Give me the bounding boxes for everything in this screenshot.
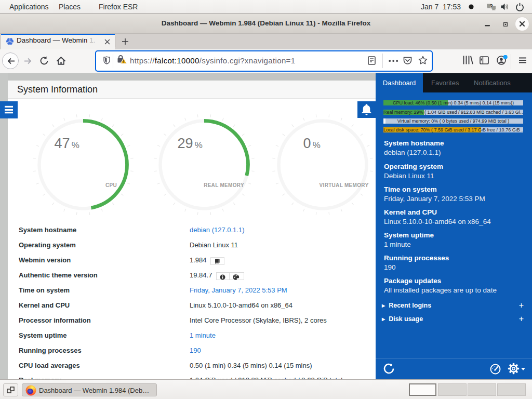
svg-text:?: ? — [490, 4, 493, 9]
